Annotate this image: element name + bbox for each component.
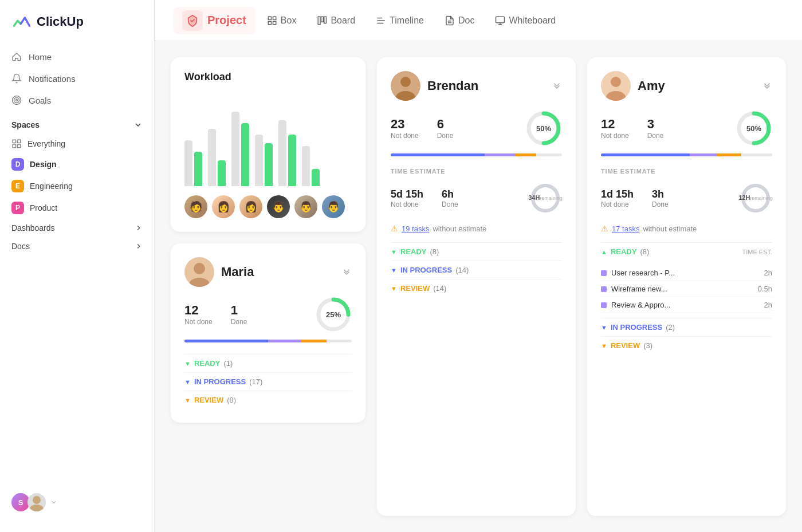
brendan-section-review[interactable]: ▼ REVIEW (14)	[391, 279, 562, 297]
docs-label: Docs	[11, 242, 30, 251]
nav-doc[interactable]: Doc	[435, 12, 483, 29]
user-avatar-2-img	[27, 493, 46, 511]
sidebar-item-goals[interactable]: Goals	[0, 89, 154, 111]
amy-inprogress-count: (2)	[666, 323, 675, 332]
bar-green	[241, 123, 249, 186]
maria-section-review[interactable]: ▼ REVIEW (8)	[184, 391, 352, 409]
sidebar-item-notifications[interactable]: Notifications	[0, 68, 154, 89]
sidebar-goals-label: Goals	[29, 96, 51, 105]
svg-rect-10	[273, 17, 276, 19]
brendan-not-done-num: 23	[391, 117, 419, 132]
bar-green	[312, 169, 320, 186]
brendan-te-total-num: 34H	[528, 194, 540, 202]
amy-warning: ⚠ 17 tasks without estimate	[601, 224, 772, 233]
nav-timeline[interactable]: Timeline	[367, 12, 433, 29]
nav-board[interactable]: Board	[308, 12, 364, 29]
timeline-label: Timeline	[390, 15, 424, 26]
amy-te-label: TIME ESTIMATE	[601, 168, 772, 175]
brendan-multibar-blue	[391, 153, 485, 156]
amy-expand-icon[interactable]	[762, 80, 772, 92]
amy-te-not-done-num: 1d 15h	[601, 188, 634, 200]
maria-expand-icon[interactable]	[341, 266, 352, 278]
brendan-not-done: 23 Not done	[391, 117, 419, 140]
board-icon	[317, 15, 327, 26]
brendan-expand-icon[interactable]	[552, 80, 562, 92]
amy-section-ready[interactable]: ▲ READY (8) TIME EST.	[601, 242, 772, 261]
bar-gray	[231, 112, 239, 186]
spaces-header[interactable]: Spaces	[0, 111, 154, 134]
content-area: Workload	[155, 41, 802, 532]
brendan-done-label: Done	[437, 132, 454, 140]
brendan-section-inprogress[interactable]: ▼ IN PROGRESS (14)	[391, 261, 562, 279]
nav-project-active[interactable]: Project	[173, 7, 255, 34]
brendan-done: 6 Done	[437, 117, 454, 140]
workload-card: Workload	[171, 57, 365, 232]
brendan-info: Brendan	[391, 71, 478, 101]
bar-gray	[302, 146, 310, 186]
svg-rect-12	[273, 21, 276, 24]
task-time-2: 0.5h	[758, 285, 772, 293]
sidebar-item-docs[interactable]: Docs	[0, 237, 154, 255]
amy-not-done-num: 12	[601, 117, 629, 132]
svg-rect-14	[321, 17, 324, 22]
maria-not-done-num: 12	[184, 303, 213, 318]
brendan-review-left: ▼ REVIEW (14)	[391, 284, 446, 293]
amy-ready-label: READY	[611, 247, 637, 256]
amy-time-estimate: TIME ESTIMATE 1d 15h Not done 3h Done	[601, 168, 772, 215]
sidebar-item-design[interactable]: D Design	[0, 153, 154, 175]
brendan-ready-left: ▼ READY (8)	[391, 247, 439, 256]
warning-icon: ⚠	[391, 224, 398, 233]
main-area: Project Box Board Timeline Doc Whiteboar…	[155, 0, 802, 532]
amy-header: Amy	[601, 71, 772, 101]
brendan-donut: 50%	[525, 110, 562, 147]
sidebar-item-home[interactable]: Home	[0, 46, 154, 68]
brendan-ready-count: (8)	[430, 247, 439, 256]
amy-info: Amy	[601, 71, 665, 101]
workload-avatar-3: 👩	[239, 195, 262, 218]
brendan-multibar	[391, 153, 562, 156]
chevron-right-icon2	[135, 242, 143, 250]
maria-done-label: Done	[231, 318, 247, 326]
brendan-te-remaining: remaining	[540, 195, 563, 202]
maria-review-arrow: ▼	[184, 397, 191, 404]
chevron-down-small-icon[interactable]	[50, 499, 57, 506]
maria-section-ready[interactable]: ▼ READY (1)	[184, 354, 352, 372]
amy-section-inprogress[interactable]: ▼ IN PROGRESS (2)	[601, 318, 772, 336]
bar-gray	[278, 120, 286, 186]
amy-warning-tasks[interactable]: 17 tasks	[612, 224, 639, 233]
sidebar-item-everything[interactable]: Everything	[0, 134, 154, 153]
brendan-not-done-label: Not done	[391, 132, 419, 140]
sidebar-item-engineering[interactable]: E Engineering	[0, 175, 154, 197]
bar-gray	[184, 140, 192, 186]
goals-icon	[11, 95, 22, 105]
brendan-card: Brendan 23 Not done 6 Done	[377, 57, 576, 516]
task-name-2: Wireframe new...	[611, 285, 753, 293]
amy-ready-arrow: ▲	[601, 249, 607, 255]
amy-inprogress-arrow: ▼	[601, 324, 607, 331]
brendan-warning-tasks[interactable]: 19 tasks	[402, 224, 429, 233]
right-columns: Brendan 23 Not done 6 Done	[377, 57, 786, 516]
whiteboard-label: Whiteboard	[509, 15, 556, 26]
maria-section-inprogress[interactable]: ▼ IN PROGRESS (17)	[184, 372, 352, 391]
task-item-2[interactable]: Wireframe new... 0.5h	[601, 281, 772, 297]
amy-review-count: (3)	[643, 341, 652, 350]
task-item-3[interactable]: Review & Appro... 2h	[601, 297, 772, 313]
amy-section-review[interactable]: ▼ REVIEW (3)	[601, 336, 772, 354]
chevron-right-icon	[135, 224, 143, 232]
maria-ready-label: READY	[194, 359, 221, 368]
everything-icon	[11, 139, 22, 149]
nav-whiteboard[interactable]: Whiteboard	[486, 12, 565, 29]
task-item-1[interactable]: User research - P... 2h	[601, 265, 772, 281]
maria-header: Maria	[184, 257, 352, 287]
sidebar-home-label: Home	[29, 52, 52, 62]
svg-point-35	[611, 77, 621, 87]
amy-inprogress-label: IN PROGRESS	[611, 323, 662, 332]
user-avatar-2[interactable]	[27, 493, 46, 511]
brendan-section-ready[interactable]: ▼ READY (8)	[391, 242, 562, 261]
sidebar-item-product[interactable]: P Product	[0, 197, 154, 219]
brendan-name: Brendan	[427, 78, 478, 93]
sidebar-bottom: S	[0, 484, 154, 521]
nav-box[interactable]: Box	[258, 12, 306, 29]
timeline-icon	[376, 15, 386, 26]
sidebar-item-dashboards[interactable]: Dashboards	[0, 219, 154, 237]
